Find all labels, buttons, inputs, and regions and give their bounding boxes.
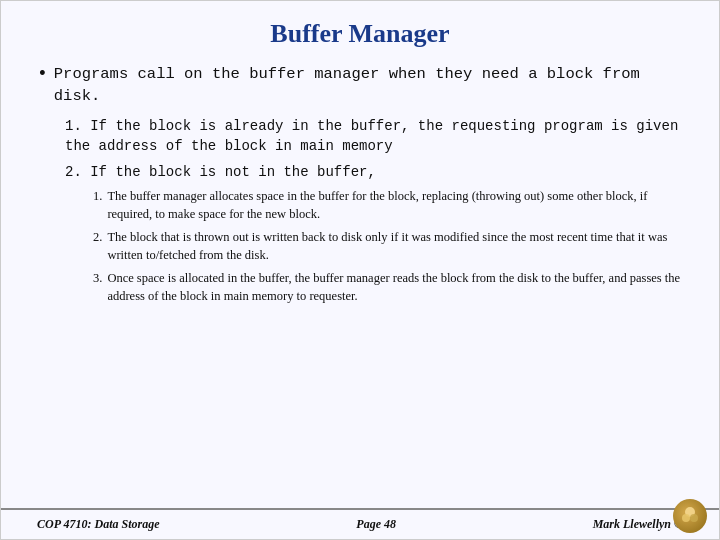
level2-item-3: 3. Once space is allocated in the buffer… bbox=[93, 269, 683, 305]
svg-point-2 bbox=[690, 514, 698, 522]
level1-num-2: 2. bbox=[65, 164, 90, 180]
main-bullet-text: Programs call on the buffer manager when… bbox=[54, 63, 683, 108]
level2-item-2: 2. The block that is thrown out is writt… bbox=[93, 228, 683, 264]
slide: Buffer Manager • Programs call on the bu… bbox=[0, 0, 720, 540]
level2-num-2: 2. bbox=[93, 228, 102, 264]
logo-circle bbox=[673, 499, 707, 533]
level1-text-2: If the block is not in the buffer, bbox=[90, 164, 376, 180]
level2-list: 1. The buffer manager allocates space in… bbox=[93, 187, 683, 306]
level2-item-1: 1. The buffer manager allocates space in… bbox=[93, 187, 683, 223]
level2-num-1: 1. bbox=[93, 187, 102, 223]
level1-item-2: 2. If the block is not in the buffer, bbox=[65, 162, 683, 182]
footer-right: Mark Llewellyn © bbox=[593, 517, 683, 532]
level1-text-1: If the block is already in the buffer, t… bbox=[65, 118, 678, 154]
slide-content: Buffer Manager • Programs call on the bu… bbox=[1, 1, 719, 508]
svg-point-1 bbox=[682, 514, 690, 522]
level1-list: 1. If the block is already in the buffer… bbox=[65, 116, 683, 306]
level1-item-1: 1. If the block is already in the buffer… bbox=[65, 116, 683, 157]
level2-text-3: Once space is allocated in the buffer, t… bbox=[107, 269, 683, 305]
footer-left: COP 4710: Data Storage bbox=[37, 517, 160, 532]
footer-logo bbox=[673, 499, 709, 535]
slide-title: Buffer Manager bbox=[37, 19, 683, 49]
level2-text-1: The buffer manager allocates space in th… bbox=[107, 187, 683, 223]
level2-text-2: The block that is thrown out is written … bbox=[107, 228, 683, 264]
level1-num-1: 1. bbox=[65, 118, 90, 134]
slide-footer: COP 4710: Data Storage Page 48 Mark Llew… bbox=[1, 508, 719, 539]
level2-num-3: 3. bbox=[93, 269, 102, 305]
main-bullet: • Programs call on the buffer manager wh… bbox=[37, 63, 683, 108]
bullet-icon: • bbox=[37, 63, 48, 86]
footer-center: Page 48 bbox=[356, 517, 396, 532]
logo-icon bbox=[678, 504, 702, 528]
